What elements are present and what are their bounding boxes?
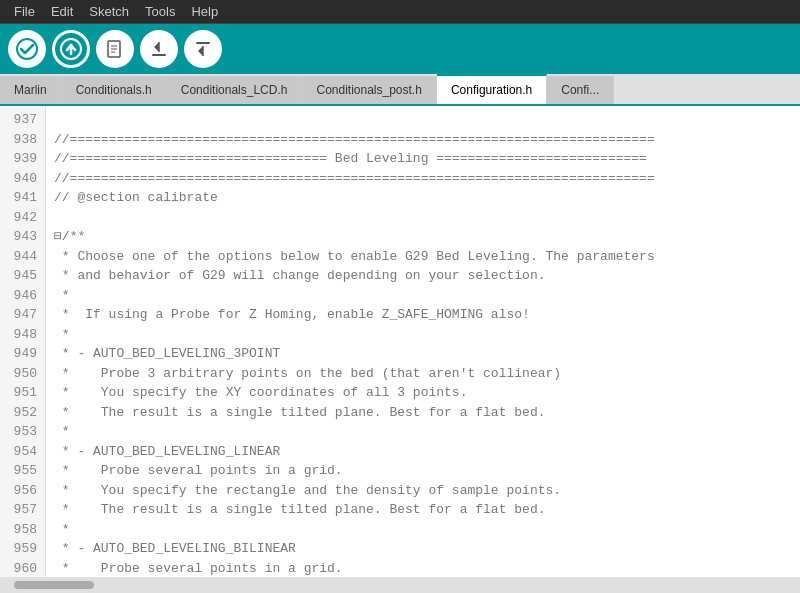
- code-line-956: * You specify the rectangle and the dens…: [54, 481, 792, 501]
- code-line-939: //================================= Bed …: [54, 149, 792, 169]
- code-line-957: * The result is a single tilted plane. B…: [54, 500, 792, 520]
- toolbar: [0, 24, 800, 74]
- menu-tools[interactable]: Tools: [137, 0, 183, 23]
- code-line-951: * You specify the XY coordinates of all …: [54, 383, 792, 403]
- code-line-937: [54, 110, 792, 130]
- upload-button[interactable]: [52, 30, 90, 68]
- tab-conditionals[interactable]: Conditionals.h: [62, 76, 167, 104]
- menu-edit[interactable]: Edit: [43, 0, 81, 23]
- code-line-942: [54, 208, 792, 228]
- scrollbar-track[interactable]: [4, 581, 796, 589]
- code-line-954: * - AUTO_BED_LEVELING_LINEAR: [54, 442, 792, 462]
- code-line-949: * - AUTO_BED_LEVELING_3POINT: [54, 344, 792, 364]
- code-line-945: * and behavior of G29 will change depend…: [54, 266, 792, 286]
- save-button[interactable]: [184, 30, 222, 68]
- tab-marlin[interactable]: Marlin: [0, 76, 62, 104]
- scrollbar[interactable]: [0, 577, 800, 593]
- code-line-943: ⊟/**: [54, 227, 792, 247]
- menubar: File Edit Sketch Tools Help: [0, 0, 800, 24]
- menu-help[interactable]: Help: [183, 0, 226, 23]
- code-line-953: *: [54, 422, 792, 442]
- code-line-955: * Probe several points in a grid.: [54, 461, 792, 481]
- scrollbar-thumb[interactable]: [14, 581, 94, 589]
- code-line-958: *: [54, 520, 792, 540]
- tabs: Marlin Conditionals.h Conditionals_LCD.h…: [0, 74, 800, 106]
- menu-sketch[interactable]: Sketch: [81, 0, 137, 23]
- code-line-944: * Choose one of the options below to ena…: [54, 247, 792, 267]
- code-content[interactable]: //======================================…: [46, 106, 800, 577]
- menu-file[interactable]: File: [6, 0, 43, 23]
- line-numbers: 9379389399409419429439449459469479489499…: [0, 106, 46, 577]
- code-line-952: * The result is a single tilted plane. B…: [54, 403, 792, 423]
- code-line-947: * If using a Probe for Z Homing, enable …: [54, 305, 792, 325]
- code-line-959: * - AUTO_BED_LEVELING_BILINEAR: [54, 539, 792, 559]
- verify-button[interactable]: [8, 30, 46, 68]
- code-line-960: * Probe several points in a grid.: [54, 559, 792, 578]
- tab-configuration[interactable]: Configuration.h: [437, 74, 547, 104]
- code-line-940: //======================================…: [54, 169, 792, 189]
- tab-conditionals-lcd[interactable]: Conditionals_LCD.h: [167, 76, 303, 104]
- code-line-946: *: [54, 286, 792, 306]
- code-line-950: * Probe 3 arbitrary points on the bed (t…: [54, 364, 792, 384]
- tab-confi[interactable]: Confi...: [547, 76, 614, 104]
- code-line-941: // @section calibrate: [54, 188, 792, 208]
- code-line-948: *: [54, 325, 792, 345]
- tab-conditionals-post[interactable]: Conditionals_post.h: [302, 76, 436, 104]
- code-line-938: //======================================…: [54, 130, 792, 150]
- new-button[interactable]: [96, 30, 134, 68]
- code-area: 9379389399409419429439449459469479489499…: [0, 106, 800, 577]
- open-button[interactable]: [140, 30, 178, 68]
